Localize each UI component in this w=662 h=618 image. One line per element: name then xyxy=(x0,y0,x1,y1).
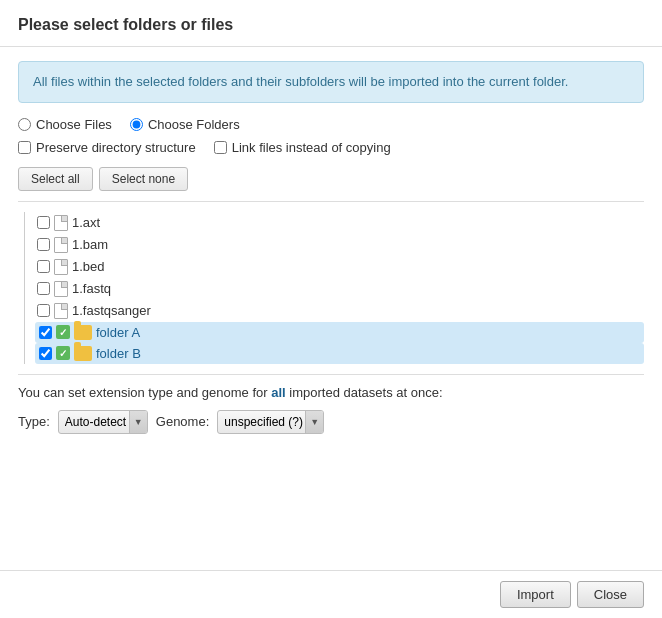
note-highlight: all xyxy=(271,385,285,400)
list-item: 1.bam xyxy=(35,234,644,256)
preserve-dir-option[interactable]: Preserve directory structure xyxy=(18,140,196,155)
list-item: ✓ folder B xyxy=(35,343,644,364)
type-row: Type: Auto-detect Text Binary ▼ Genome: … xyxy=(18,410,644,434)
file-icon xyxy=(54,259,68,275)
dialog-footer: Import Close xyxy=(0,570,662,618)
radio-row: Choose Files Choose Folders xyxy=(18,117,644,132)
checkbox-row: Preserve directory structure Link files … xyxy=(18,140,644,155)
folder-icon-a xyxy=(74,325,92,340)
preserve-dir-label: Preserve directory structure xyxy=(36,140,196,155)
genome-select-wrapper: unspecified (?) hg19 hg38 mm10 ▼ xyxy=(217,410,324,434)
choose-files-option[interactable]: Choose Files xyxy=(18,117,112,132)
choose-folders-radio[interactable] xyxy=(130,118,143,131)
file-icon xyxy=(54,303,68,319)
file-checkbox-3[interactable] xyxy=(37,260,50,273)
list-item: 1.fastqsanger xyxy=(35,300,644,322)
folder-checkbox-b[interactable] xyxy=(39,347,52,360)
type-select[interactable]: Auto-detect Text Binary xyxy=(59,412,147,432)
select-all-button[interactable]: Select all xyxy=(18,167,93,191)
link-files-option[interactable]: Link files instead of copying xyxy=(214,140,391,155)
file-name: 1.fastqsanger xyxy=(72,303,151,318)
separator-1 xyxy=(18,201,644,202)
choose-files-label: Choose Files xyxy=(36,117,112,132)
file-icon xyxy=(54,281,68,297)
file-name: 1.bam xyxy=(72,237,108,252)
choose-folders-option[interactable]: Choose Folders xyxy=(130,117,240,132)
link-files-checkbox[interactable] xyxy=(214,141,227,154)
file-checkbox-5[interactable] xyxy=(37,304,50,317)
dialog-title: Please select folders or files xyxy=(0,0,662,47)
type-label: Type: xyxy=(18,414,50,429)
note-prefix: You can set extension type and genome fo… xyxy=(18,385,268,400)
bottom-section: You can set extension type and genome fo… xyxy=(18,385,644,434)
file-checkbox-1[interactable] xyxy=(37,216,50,229)
list-item: ✓ folder A xyxy=(35,322,644,343)
import-button[interactable]: Import xyxy=(500,581,571,608)
dialog-body: All files within the selected folders an… xyxy=(0,47,662,570)
link-files-label: Link files instead of copying xyxy=(232,140,391,155)
folder-name-a: folder A xyxy=(96,325,140,340)
info-box: All files within the selected folders an… xyxy=(18,61,644,103)
folder-name-b: folder B xyxy=(96,346,141,361)
dialog: Please select folders or files All files… xyxy=(0,0,662,618)
file-icon xyxy=(54,215,68,231)
separator-2 xyxy=(18,374,644,375)
file-checkbox-2[interactable] xyxy=(37,238,50,251)
list-item: 1.bed xyxy=(35,256,644,278)
genome-label: Genome: xyxy=(156,414,209,429)
file-list: 1.axt 1.bam 1.bed xyxy=(18,212,644,364)
close-button[interactable]: Close xyxy=(577,581,644,608)
check-badge-a: ✓ xyxy=(56,325,70,339)
note-suffix: imported datasets at once: xyxy=(289,385,442,400)
check-badge-b: ✓ xyxy=(56,346,70,360)
button-row: Select all Select none xyxy=(18,167,644,191)
type-select-wrapper: Auto-detect Text Binary ▼ xyxy=(58,410,148,434)
file-name: 1.fastq xyxy=(72,281,111,296)
choose-folders-label: Choose Folders xyxy=(148,117,240,132)
file-name: 1.bed xyxy=(72,259,105,274)
preserve-dir-checkbox[interactable] xyxy=(18,141,31,154)
select-none-button[interactable]: Select none xyxy=(99,167,188,191)
file-name: 1.axt xyxy=(72,215,100,230)
genome-select[interactable]: unspecified (?) hg19 hg38 mm10 xyxy=(218,412,323,432)
file-icon xyxy=(54,237,68,253)
list-item: 1.fastq xyxy=(35,278,644,300)
folder-icon-b xyxy=(74,346,92,361)
list-item: 1.axt xyxy=(35,212,644,234)
note-text: You can set extension type and genome fo… xyxy=(18,385,644,400)
choose-files-radio[interactable] xyxy=(18,118,31,131)
folder-checkbox-a[interactable] xyxy=(39,326,52,339)
file-checkbox-4[interactable] xyxy=(37,282,50,295)
